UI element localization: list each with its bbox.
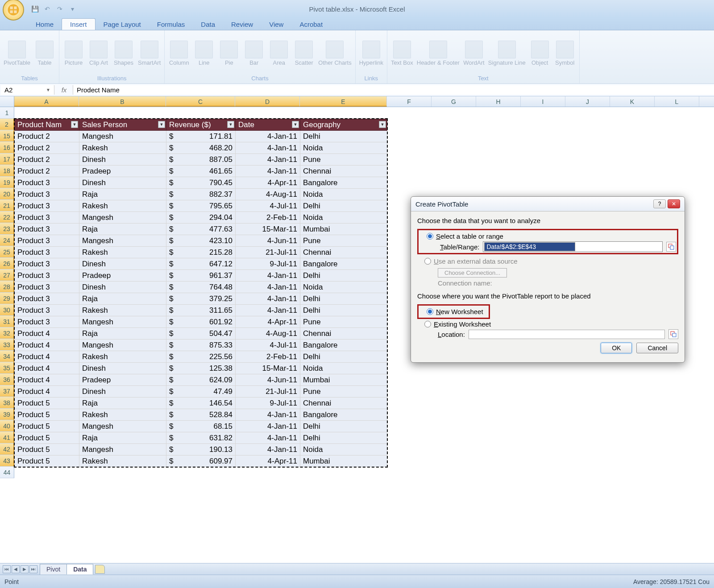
cell[interactable]: 4-Aug-11 bbox=[236, 189, 300, 200]
cell[interactable]: 9-Jul-11 bbox=[236, 258, 300, 270]
cell[interactable]: $215.28 bbox=[166, 247, 236, 258]
table-row[interactable]: Product 3Mangesh$423.104-Jun-11Pune bbox=[15, 235, 387, 247]
table-row[interactable]: Product 4Dinesh$125.3815-Mar-11Noida bbox=[15, 363, 387, 374]
row-header-44[interactable]: 44 bbox=[0, 467, 14, 478]
table-row[interactable]: Product 2Pradeep$461.654-Jan-11Chennai bbox=[15, 166, 387, 177]
cell[interactable]: 4-Jan-11 bbox=[236, 293, 300, 305]
cell[interactable]: Mangesh bbox=[79, 340, 166, 351]
cell[interactable]: Noida bbox=[300, 444, 387, 455]
row-header-30[interactable]: 30 bbox=[0, 304, 14, 316]
ribbon-clip-art[interactable]: Clip Art bbox=[88, 41, 109, 66]
cell[interactable]: Product 3 bbox=[15, 282, 79, 293]
dialog-titlebar[interactable]: Create PivotTable ? ✕ bbox=[411, 197, 685, 211]
table-row[interactable]: Product 3Dinesh$790.454-Apr-11Bangalore bbox=[15, 177, 387, 189]
select-all-corner[interactable] bbox=[0, 96, 14, 107]
opt-existing-worksheet[interactable]: Existing Worksheet bbox=[417, 319, 678, 329]
cell[interactable]: Mangesh bbox=[79, 131, 166, 142]
cell[interactable]: Delhi bbox=[300, 432, 387, 444]
ribbon-scatter[interactable]: Scatter bbox=[293, 41, 315, 66]
row-header-25[interactable]: 25 bbox=[0, 246, 14, 258]
row-header-33[interactable]: 33 bbox=[0, 339, 14, 351]
nav-next-icon[interactable]: ▶ bbox=[21, 565, 29, 573]
table-row[interactable]: Product 3Raja$379.254-Jan-11Delhi bbox=[15, 293, 387, 305]
row-header-22[interactable]: 22 bbox=[0, 211, 14, 223]
cell[interactable]: $624.09 bbox=[166, 374, 236, 386]
cell[interactable]: Product 3 bbox=[15, 247, 79, 258]
cell[interactable]: $47.49 bbox=[166, 386, 236, 398]
tab-acrobat[interactable]: Acrobat bbox=[291, 19, 331, 30]
table-row[interactable]: Product 3Raja$882.374-Aug-11Noida bbox=[15, 189, 387, 200]
row-header-43[interactable]: 43 bbox=[0, 455, 14, 467]
cell[interactable]: $875.33 bbox=[166, 340, 236, 351]
ribbon-pie[interactable]: Pie bbox=[218, 41, 240, 66]
cell[interactable]: Dinesh bbox=[79, 386, 166, 398]
cell[interactable]: $631.82 bbox=[166, 432, 236, 444]
table-row[interactable]: Product 3Pradeep$961.374-Jan-11Delhi bbox=[15, 270, 387, 282]
cell[interactable]: Chennai bbox=[300, 166, 387, 177]
cell[interactable]: Raja bbox=[79, 189, 166, 200]
table-row[interactable]: Product 4Dinesh$47.4921-Jul-11Pune bbox=[15, 386, 387, 398]
row-header-23[interactable]: 23 bbox=[0, 223, 14, 235]
col-header-I[interactable]: I bbox=[521, 96, 565, 107]
row-header-28[interactable]: 28 bbox=[0, 281, 14, 293]
table-row[interactable]: Product 2Dinesh$887.054-Jan-11Pune bbox=[15, 154, 387, 166]
header-cell[interactable]: Sales Person▼ bbox=[79, 119, 166, 131]
cell[interactable]: $190.13 bbox=[166, 444, 236, 455]
ribbon-object[interactable]: Object bbox=[529, 41, 551, 66]
cell[interactable]: 4-Jan-11 bbox=[236, 270, 300, 282]
cell[interactable]: $887.05 bbox=[166, 154, 236, 166]
cell[interactable]: Rakesh bbox=[79, 247, 166, 258]
cell[interactable]: 4-Jun-11 bbox=[236, 374, 300, 386]
cell[interactable]: $225.56 bbox=[166, 351, 236, 363]
row-header-32[interactable]: 32 bbox=[0, 327, 14, 339]
opt-new-worksheet[interactable]: New Worksheet bbox=[419, 306, 488, 317]
table-row[interactable]: Product 3Raja$477.6315-Mar-11Mumbai bbox=[15, 224, 387, 235]
col-header-F[interactable]: F bbox=[387, 96, 432, 107]
ribbon-column[interactable]: Column bbox=[168, 41, 190, 66]
col-header-J[interactable]: J bbox=[565, 96, 610, 107]
cell[interactable]: $477.63 bbox=[166, 224, 236, 235]
cell[interactable]: Product 4 bbox=[15, 328, 79, 340]
ribbon-hyperlink[interactable]: Hyperlink bbox=[359, 41, 383, 66]
cell[interactable]: Product 3 bbox=[15, 177, 79, 189]
new-sheet-button[interactable] bbox=[95, 565, 105, 574]
cell[interactable]: Dinesh bbox=[79, 154, 166, 166]
table-row[interactable]: Product 4Mangesh$875.334-Jul-11Bangalore bbox=[15, 340, 387, 351]
ok-button[interactable]: OK bbox=[601, 343, 632, 353]
cell[interactable]: Rakesh bbox=[79, 455, 166, 467]
location-picker-icon[interactable] bbox=[668, 329, 678, 339]
cell[interactable]: Product 5 bbox=[15, 432, 79, 444]
ribbon-area[interactable]: Area bbox=[268, 41, 290, 66]
name-box-dropdown-icon[interactable]: ▼ bbox=[46, 87, 50, 92]
cell[interactable]: 4-Jan-11 bbox=[236, 421, 300, 432]
cell[interactable]: Pradeep bbox=[79, 374, 166, 386]
header-cell[interactable]: Date▼ bbox=[236, 119, 300, 131]
cell[interactable]: Pune bbox=[300, 316, 387, 328]
close-button[interactable]: ✕ bbox=[668, 199, 680, 208]
cell[interactable]: 2-Feb-11 bbox=[236, 351, 300, 363]
cell[interactable]: Product 2 bbox=[15, 131, 79, 142]
header-cell[interactable]: Geography▼ bbox=[300, 119, 387, 131]
row-header-40[interactable]: 40 bbox=[0, 420, 14, 432]
row-header-24[interactable]: 24 bbox=[0, 235, 14, 246]
filter-dropdown-icon[interactable]: ▼ bbox=[71, 121, 78, 128]
cell[interactable]: Dinesh bbox=[79, 363, 166, 374]
table-row[interactable]: Product 4Raja$504.474-Aug-11Chennai bbox=[15, 328, 387, 340]
cell[interactable]: $468.20 bbox=[166, 142, 236, 154]
row-header-41[interactable]: 41 bbox=[0, 432, 14, 443]
cell[interactable]: $379.25 bbox=[166, 293, 236, 305]
row-header-31[interactable]: 31 bbox=[0, 316, 14, 327]
sheet-tab-data[interactable]: Data bbox=[66, 564, 93, 575]
cell[interactable]: 21-Jul-11 bbox=[236, 386, 300, 398]
cell[interactable]: 4-Apr-11 bbox=[236, 455, 300, 467]
cell[interactable]: Product 3 bbox=[15, 224, 79, 235]
table-row[interactable]: Product 4Rakesh$225.562-Feb-11Delhi bbox=[15, 351, 387, 363]
row-header-1[interactable]: 1 bbox=[0, 107, 14, 119]
table-row[interactable]: Product 2Mangesh$171.814-Jan-11Delhi bbox=[15, 131, 387, 142]
cell[interactable]: Mumbai bbox=[300, 374, 387, 386]
col-header-K[interactable]: K bbox=[610, 96, 655, 107]
row-header-20[interactable]: 20 bbox=[0, 188, 14, 200]
cell[interactable]: $125.38 bbox=[166, 363, 236, 374]
nav-prev-icon[interactable]: ◀ bbox=[12, 565, 20, 573]
cell[interactable]: Product 5 bbox=[15, 398, 79, 409]
